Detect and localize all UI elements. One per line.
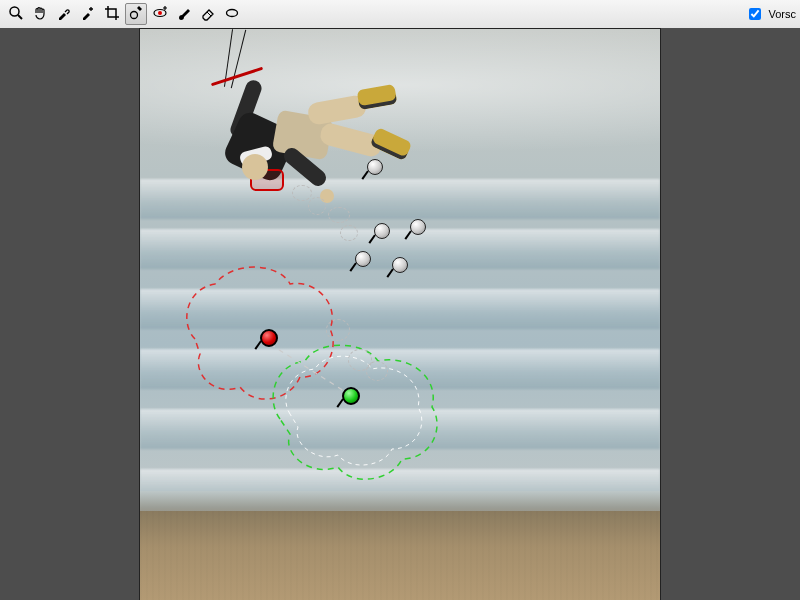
zoom-tool-icon bbox=[8, 5, 24, 23]
eraser-tool-icon bbox=[200, 5, 216, 23]
zoom-tool[interactable] bbox=[5, 3, 27, 25]
svg-line-1 bbox=[18, 15, 22, 19]
eyedropper-tool[interactable] bbox=[53, 3, 75, 25]
marquee-ellipse[interactable] bbox=[292, 185, 312, 201]
redeye-tool[interactable] bbox=[149, 3, 171, 25]
brush-tool-icon bbox=[176, 5, 192, 23]
marquee-ellipse[interactable] bbox=[366, 361, 388, 381]
heal-source-pin[interactable] bbox=[365, 159, 383, 177]
toolbar-right: Vorsc bbox=[745, 5, 796, 23]
svg-point-0 bbox=[10, 7, 19, 16]
oval-tool[interactable] bbox=[221, 3, 243, 25]
heal-source-pin[interactable] bbox=[408, 219, 426, 237]
heal-target-pin-red[interactable] bbox=[258, 329, 276, 347]
spot-removal-tool[interactable] bbox=[125, 3, 147, 25]
crop-tool[interactable] bbox=[101, 3, 123, 25]
canvas-area bbox=[0, 28, 800, 600]
brush-tool[interactable] bbox=[173, 3, 195, 25]
heal-target-pin-green[interactable] bbox=[340, 387, 358, 405]
marquee-ellipse[interactable] bbox=[308, 197, 326, 215]
marquee-ellipse[interactable] bbox=[340, 225, 358, 241]
marquee-ellipse[interactable] bbox=[328, 207, 350, 223]
hand-tool-icon bbox=[32, 5, 48, 23]
image-canvas[interactable] bbox=[139, 28, 661, 600]
spot-removal-tool-icon bbox=[128, 5, 144, 23]
marquee-ellipse[interactable] bbox=[326, 319, 350, 341]
preview-checkbox[interactable] bbox=[749, 8, 761, 20]
crop-tool-icon bbox=[104, 5, 120, 23]
eraser-tool[interactable] bbox=[197, 3, 219, 25]
svg-point-2 bbox=[131, 12, 138, 19]
toolbar: Vorsc bbox=[0, 0, 800, 29]
hand-tool[interactable] bbox=[29, 3, 51, 25]
eyedropper-plus-tool-icon bbox=[80, 5, 96, 23]
eyedropper-tool-icon bbox=[56, 5, 72, 23]
oval-tool-icon bbox=[224, 5, 240, 23]
heal-source-pin[interactable] bbox=[372, 223, 390, 241]
heal-source-pin[interactable] bbox=[390, 257, 408, 275]
preview-label: Vorsc bbox=[768, 8, 796, 20]
eyedropper-plus-tool[interactable] bbox=[77, 3, 99, 25]
photo-sand bbox=[140, 511, 660, 600]
svg-point-4 bbox=[158, 11, 162, 15]
redeye-tool-icon bbox=[152, 5, 168, 23]
svg-point-5 bbox=[227, 10, 238, 17]
heal-source-pin[interactable] bbox=[353, 251, 371, 269]
